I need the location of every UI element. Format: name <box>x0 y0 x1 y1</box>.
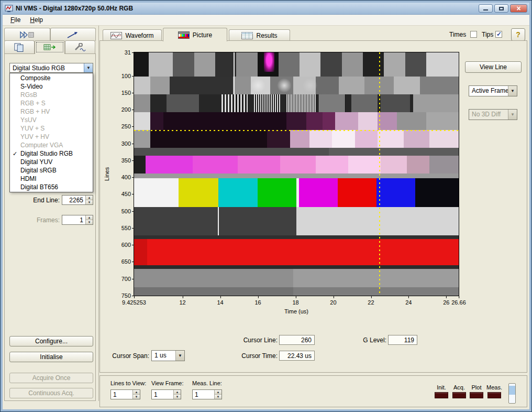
copy-pages-icon <box>14 43 25 52</box>
source-option: Computer VGA <box>10 141 93 149</box>
source-option[interactable]: Composite <box>10 74 93 82</box>
wrench-icon <box>73 43 87 52</box>
times-checkbox[interactable] <box>470 31 477 38</box>
help-button[interactable]: ? <box>511 28 525 41</box>
tab-video-input[interactable] <box>35 40 65 54</box>
bottom-control-group <box>99 375 527 407</box>
minimize-button[interactable] <box>479 4 493 13</box>
trend-line-icon <box>66 31 80 39</box>
cursor-horizontal-line[interactable] <box>134 130 459 131</box>
source-option[interactable]: Digital sRGB <box>10 166 93 175</box>
tab-analysis[interactable] <box>50 28 96 41</box>
source-option: RGB + HV <box>10 107 93 116</box>
tips-label: Tips <box>482 31 493 38</box>
tab-picture[interactable]: Picture <box>163 28 227 41</box>
cursor-vertical-line[interactable] <box>379 52 380 296</box>
video-source-droplist: Composite S-Video RGsB RGB + S RGB + HV … <box>9 73 93 192</box>
source-option: RGB + S <box>10 99 93 107</box>
source-option-selected[interactable]: Digital Studio RGB <box>10 149 93 158</box>
source-option: RGsB <box>10 91 93 99</box>
run-sequence-icon <box>19 31 35 39</box>
maximize-button[interactable] <box>494 4 508 13</box>
tab-acquisition[interactable] <box>4 28 50 41</box>
minimize-icon <box>483 9 488 10</box>
tab-results[interactable]: Results <box>229 29 290 41</box>
source-option: YsUV <box>10 116 93 124</box>
menu-help[interactable]: Help <box>25 15 48 25</box>
source-option[interactable]: Digital BT656 <box>10 183 93 191</box>
source-option[interactable]: Digital YUV <box>10 158 93 166</box>
picture-icon <box>178 31 190 39</box>
results-table-icon <box>241 32 253 39</box>
panel-divider <box>98 26 99 401</box>
video-grid-icon <box>43 43 57 52</box>
tab-waveform-label: Waveform <box>125 32 153 39</box>
menu-bar: File Help <box>3 15 529 26</box>
tab-results-label: Results <box>256 32 277 39</box>
tab-waveform[interactable]: Waveform <box>103 29 162 41</box>
window-title: NI VMS - Digital 1280x720p 50.0Hz RGB <box>16 5 476 12</box>
tab-files[interactable] <box>4 40 35 53</box>
waveform-icon <box>110 32 122 39</box>
source-option: YUV + HV <box>10 133 93 141</box>
tab-picture-label: Picture <box>193 31 212 39</box>
tab-tools[interactable] <box>65 40 95 53</box>
source-option[interactable]: HDMI <box>10 175 93 183</box>
source-option[interactable]: S-Video <box>10 82 93 91</box>
maximize-icon <box>499 7 504 10</box>
close-button[interactable] <box>510 4 527 13</box>
tips-checkbox[interactable] <box>495 31 502 38</box>
source-option: YUV + S <box>10 124 93 133</box>
times-label: Times <box>449 31 466 38</box>
title-bar: NI VMS - Digital 1280x720p 50.0Hz RGB <box>3 3 529 15</box>
app-window: NI VMS - Digital 1280x720p 50.0Hz RGB Fi… <box>0 0 532 412</box>
app-icon <box>5 4 13 13</box>
menu-file[interactable]: File <box>6 15 25 25</box>
picture-tab-page <box>99 40 527 373</box>
